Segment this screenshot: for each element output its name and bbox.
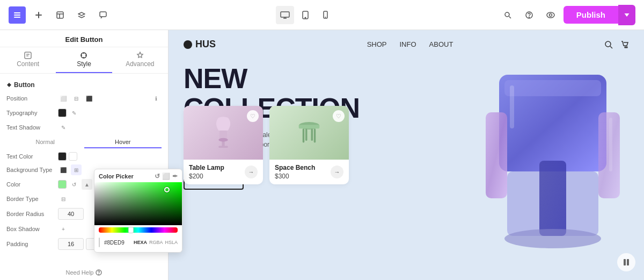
panel-tabs: Content Style Advanced	[0, 47, 168, 74]
svg-point-14	[505, 12, 509, 17]
state-hover-tab[interactable]: Hover	[84, 137, 162, 148]
template-icon[interactable]	[52, 6, 69, 24]
svg-line-15	[509, 16, 511, 18]
hero-chair-image	[456, 53, 644, 260]
tab-advanced[interactable]: Advanced	[112, 47, 168, 73]
bg-gradient-btn[interactable]: ⊞	[71, 164, 82, 175]
hsla-mode[interactable]: HSLA	[165, 240, 178, 245]
color-gradient-picker[interactable]	[94, 182, 182, 225]
logo-dot	[184, 40, 192, 49]
card-info-stool: Space Bench $300 →	[269, 160, 349, 184]
typography-edit-btn[interactable]: ✎	[69, 107, 79, 118]
card-text-stool: Space Bench $300	[275, 164, 315, 180]
color-reset-btn[interactable]: ↺	[69, 179, 79, 190]
svg-rect-1	[14, 15, 20, 16]
desktop-btn[interactable]	[276, 6, 294, 24]
card-image-lamp: ♡	[184, 106, 263, 160]
svg-rect-31	[218, 146, 228, 148]
padding-input-1[interactable]: 16	[58, 238, 84, 250]
svg-line-27	[610, 46, 612, 48]
edit-panel: Edit Button Content Style Advanced Butto…	[0, 30, 169, 280]
bg-solid-btn[interactable]: ⬛	[58, 164, 69, 175]
structure-icon[interactable]	[9, 6, 26, 24]
position-info-btn[interactable]: ℹ	[151, 93, 162, 104]
border-type-btn[interactable]: ⊟	[58, 193, 69, 204]
position-controls: ⬜ ⊟ ⬛ ℹ	[58, 93, 162, 104]
border-radius-input[interactable]: 40	[58, 208, 84, 220]
help-btn[interactable]	[521, 6, 538, 24]
nav-cart-icon[interactable]	[620, 40, 629, 49]
layers-icon[interactable]	[73, 6, 90, 24]
color-clear-icon[interactable]: ⬜	[162, 173, 170, 180]
publish-button-group: Publish	[564, 5, 635, 25]
lamp-illustration	[207, 114, 239, 152]
color-reset-icon[interactable]: ↺	[155, 173, 160, 180]
color-picker-popup: Color Picker ↺ ⬜ ✒ HEXA RGBA HSLA	[94, 169, 182, 253]
align-center-btn[interactable]: ⊟	[71, 93, 82, 104]
tab-style[interactable]: Style	[56, 47, 112, 73]
color-picker-cursor	[164, 187, 170, 192]
svg-point-17	[529, 17, 529, 17]
color-swatch[interactable]	[58, 180, 67, 189]
text-color-swatch2[interactable]	[69, 152, 77, 161]
text-shadow-controls: ✎	[58, 122, 162, 133]
color-pick-btn[interactable]: ▲	[82, 179, 92, 190]
svg-rect-45	[539, 161, 566, 236]
website-preview: HUS SHOP INFO ABOUT NEW COLLECTION	[169, 30, 644, 280]
hero-section: NEW COLLECTION Modern icons and creative…	[169, 59, 644, 190]
mobile-btn[interactable]	[317, 6, 335, 24]
top-toolbar: Publish	[0, 0, 644, 30]
add-icon[interactable]	[30, 6, 47, 24]
svg-rect-47	[510, 85, 514, 128]
preview-area: HUS SHOP INFO ABOUT NEW COLLECTION	[169, 30, 644, 280]
tablet-btn[interactable]	[296, 6, 314, 24]
tab-content[interactable]: Content	[0, 47, 56, 73]
comments-icon[interactable]	[94, 6, 112, 24]
pause-button[interactable]	[617, 253, 635, 271]
typography-color-swatch[interactable]	[58, 109, 67, 117]
svg-point-33	[218, 138, 228, 142]
text-color-row: Text Color	[6, 152, 162, 161]
svg-rect-35	[299, 125, 320, 128]
color-mode-tabs: HEXA RGBA HSLA	[134, 240, 178, 245]
panel-title: Edit Button	[0, 30, 168, 47]
box-shadow-edit-btn[interactable]: +	[58, 224, 69, 234]
color-eyedropper-icon[interactable]: ✒	[172, 173, 178, 180]
align-left-btn[interactable]: ⬜	[58, 93, 69, 104]
card-text-lamp: Table Lamp $200	[189, 164, 224, 180]
svg-rect-41	[504, 80, 601, 96]
nav-shop[interactable]: SHOP	[367, 40, 387, 48]
svg-point-46	[504, 229, 601, 248]
color-picker-actions: ↺ ⬜ ✒	[155, 173, 178, 180]
hue-slider[interactable]	[99, 227, 178, 233]
text-shadow-edit-btn[interactable]: ✎	[58, 122, 69, 133]
rgba-mode[interactable]: RGBA	[149, 240, 163, 245]
svg-rect-42	[486, 112, 507, 198]
card-arrow-stool[interactable]: →	[331, 166, 343, 178]
hexa-mode[interactable]: HEXA	[134, 240, 147, 245]
nav-info[interactable]: INFO	[400, 40, 416, 48]
card-arrow-lamp[interactable]: →	[245, 166, 258, 178]
search-btn[interactable]	[499, 6, 516, 24]
position-row: Position ⬜ ⊟ ⬛ ℹ	[6, 93, 162, 104]
typography-controls: ✎	[58, 107, 162, 118]
publish-button[interactable]: Publish	[564, 6, 618, 24]
nav-about[interactable]: ABOUT	[429, 40, 453, 48]
state-normal-tab[interactable]: Normal	[6, 137, 84, 148]
need-help: Need Help	[0, 265, 168, 280]
publish-dropdown-btn[interactable]	[618, 5, 635, 25]
toolbar-right: Publish	[499, 5, 635, 25]
hex-input[interactable]	[102, 237, 131, 248]
text-color-swatch[interactable]	[58, 152, 67, 161]
svg-point-19	[549, 13, 552, 16]
hex-color-swatch[interactable]	[99, 238, 100, 247]
align-right-btn[interactable]: ⬛	[84, 93, 94, 104]
svg-rect-39	[311, 128, 313, 141]
svg-point-28	[625, 47, 626, 48]
svg-rect-48	[609, 118, 612, 171]
preview-btn[interactable]	[542, 6, 559, 24]
text-shadow-row: Text Shadow ✎	[6, 122, 162, 133]
typography-row: Typography ✎	[6, 107, 162, 118]
nav-search-icon[interactable]	[604, 40, 613, 49]
svg-point-26	[605, 41, 611, 47]
